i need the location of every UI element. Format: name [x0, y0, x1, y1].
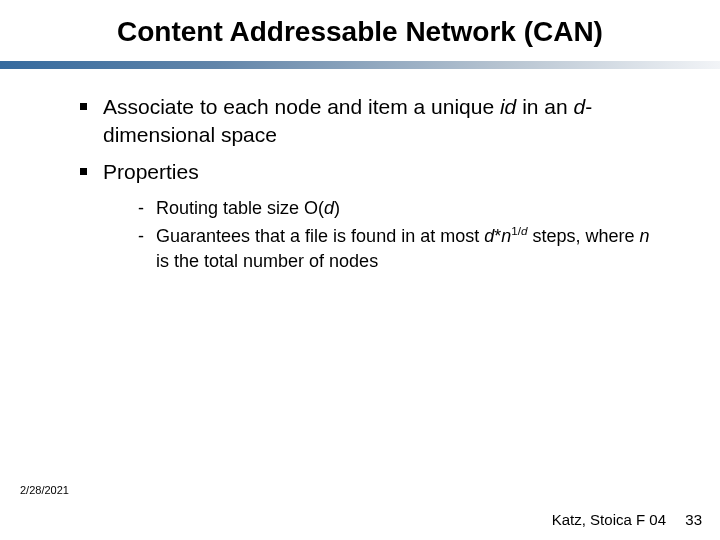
slide-body: Associate to each node and item a unique… — [0, 69, 720, 273]
title-wrap: Content Addressable Network (CAN) — [0, 0, 720, 49]
bullet-text: Associate to each node and item a unique… — [103, 93, 660, 148]
bullet-item: Properties — [80, 158, 660, 186]
text-run: Routing table size O( — [156, 198, 324, 218]
italic-d: d — [574, 95, 586, 118]
footer-page-number: 33 — [685, 511, 702, 528]
text-run: 1/ — [511, 224, 521, 237]
sub-bullet-text: Guarantees that a file is found in at mo… — [156, 224, 660, 273]
bullet-text: Properties — [103, 158, 660, 186]
sub-bullet-item: - Routing table size O(d) — [138, 196, 660, 220]
italic-n: n — [640, 226, 650, 246]
text-run: is the total number of nodes — [156, 251, 378, 271]
footer-date: 2/28/2021 — [20, 484, 69, 496]
superscript-exponent: 1/d — [511, 224, 527, 237]
text-run: ) — [334, 198, 340, 218]
sub-bullet-item: - Guarantees that a file is found in at … — [138, 224, 660, 273]
square-bullet-icon — [80, 168, 87, 175]
dash-bullet-icon: - — [138, 196, 152, 220]
text-run: Associate to each node and item a unique — [103, 95, 500, 118]
italic-d: d — [324, 198, 334, 218]
footer-credit: Katz, Stoica F 04 — [552, 511, 666, 528]
title-divider — [0, 61, 720, 69]
italic-id: id — [500, 95, 516, 118]
sub-bullet-list: - Routing table size O(d) - Guarantees t… — [80, 196, 660, 273]
italic-n: n — [501, 226, 511, 246]
text-run: steps, where — [528, 226, 640, 246]
sub-bullet-text: Routing table size O(d) — [156, 196, 660, 220]
text-run: Guarantees that a file is found in at mo… — [156, 226, 484, 246]
square-bullet-icon — [80, 103, 87, 110]
slide: Content Addressable Network (CAN) Associ… — [0, 0, 720, 540]
dash-bullet-icon: - — [138, 224, 152, 248]
slide-title: Content Addressable Network (CAN) — [117, 14, 603, 49]
bullet-item: Associate to each node and item a unique… — [80, 93, 660, 148]
text-run: in an — [516, 95, 573, 118]
italic-d: d — [484, 226, 494, 246]
